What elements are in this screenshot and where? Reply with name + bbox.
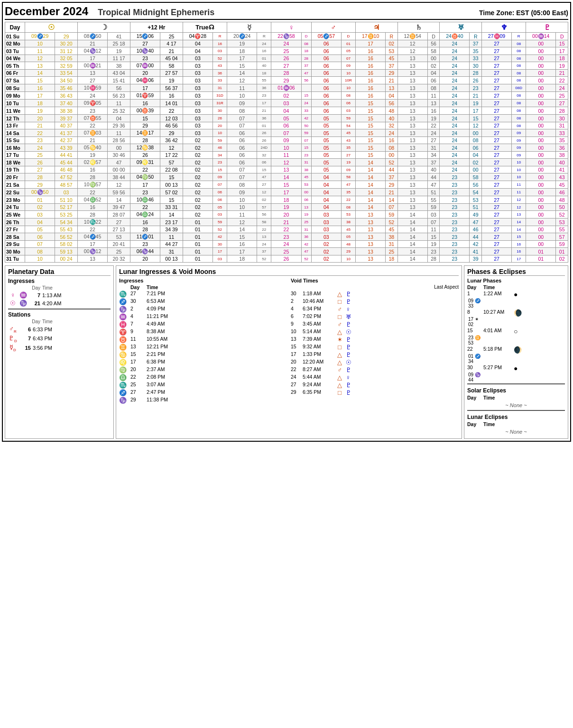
table-row: 31 Tu1000 241320 322000 1301031852265202… bbox=[5, 255, 568, 263]
cell-mars: 05 bbox=[311, 137, 341, 144]
void-time: 10:46 AM bbox=[303, 298, 333, 305]
void-time: 9:24 AM bbox=[303, 382, 333, 389]
cell-venus: 26 bbox=[271, 55, 301, 62]
cell-sun: 24 bbox=[25, 144, 55, 152]
cell-12hr: 22 bbox=[130, 166, 160, 173]
cell-nept: 27 bbox=[481, 241, 511, 248]
cell-12hr: 29 bbox=[130, 122, 160, 129]
cell-tn-marker: 31R bbox=[213, 100, 227, 107]
cell-12hr: 16 bbox=[130, 100, 160, 107]
phase-sign: 17 ✶ 02 bbox=[468, 317, 481, 327]
cell-merc: 11 bbox=[227, 84, 257, 92]
cell-moon: 21 bbox=[77, 137, 107, 144]
void-planet: ♇ bbox=[346, 389, 354, 396]
void-time: 8:27 AM bbox=[303, 366, 333, 373]
cell-sun2: 31 12 bbox=[55, 47, 78, 55]
cell-tn-marker: 23 bbox=[213, 159, 227, 166]
cell-tn: 01 bbox=[183, 241, 213, 248]
cell-merc: 06 bbox=[227, 129, 257, 137]
cell-pluto: 00 bbox=[526, 181, 556, 189]
cell-merc2: 12 bbox=[257, 189, 271, 196]
void-time: 6:34 PM bbox=[303, 306, 333, 313]
cell-sat2: 28 bbox=[427, 255, 439, 263]
cell-12hr2: 14 01 bbox=[160, 100, 183, 107]
cell-moon: 07♊03 bbox=[77, 129, 107, 137]
void-aspect: ♂ bbox=[335, 321, 344, 328]
cell-sat: 12♊54 bbox=[397, 33, 427, 40]
cell-uran: 24 bbox=[440, 92, 470, 100]
cell-12hr: 04♎24 bbox=[130, 211, 160, 218]
cell-day: 13 Fr bbox=[5, 122, 25, 129]
cell-pluto: 00 bbox=[526, 204, 556, 211]
cell-nept2: 08 bbox=[512, 55, 526, 62]
cell-pluto2: D bbox=[556, 33, 568, 40]
cell-mars: 04 bbox=[311, 196, 341, 204]
cell-pluto2: 50 bbox=[556, 204, 568, 211]
cell-moon2: 25 bbox=[108, 248, 130, 255]
cell-jup: 16 bbox=[355, 62, 385, 70]
cell-pluto2: 21 bbox=[556, 70, 568, 77]
cell-uran: 24 bbox=[440, 152, 470, 159]
page-header: December 2024 Tropical Midnight Ephemeri… bbox=[5, 5, 568, 20]
cell-jup: 15 bbox=[355, 152, 385, 159]
cell-nept: 27 bbox=[481, 159, 511, 166]
cell-day: 06 Fr bbox=[5, 70, 25, 77]
cell-venus: 29 bbox=[271, 77, 301, 84]
cell-merc: 17 bbox=[227, 248, 257, 255]
cell-day: 01 Su bbox=[5, 33, 25, 40]
cell-12hr: 22 bbox=[130, 204, 160, 211]
cell-mars2: 09 bbox=[341, 62, 355, 70]
cell-venus: 04 bbox=[271, 107, 301, 115]
cell-uran2: 56 bbox=[470, 181, 481, 189]
cell-venus: 26 bbox=[271, 255, 301, 263]
cell-moon: 04♐45 bbox=[77, 233, 107, 241]
stations-label: Stations bbox=[8, 311, 111, 318]
cell-uran2: 51 bbox=[470, 204, 481, 211]
void-planet: ♇ bbox=[346, 382, 354, 389]
cell-merc2: 23 bbox=[257, 92, 271, 100]
cell-merc2: 52 bbox=[257, 255, 271, 263]
cell-tn-marker: 03 bbox=[213, 211, 227, 218]
cell-12hr2: 00 13 bbox=[160, 181, 183, 189]
lunar-ingress-list: ♏ 27 7:21 PM♐ 30 6:53 AM♑ 2 4:09 PM♒ 4 1… bbox=[119, 291, 287, 404]
cell-nept: 27 bbox=[481, 77, 511, 84]
cell-mars: 05 bbox=[311, 144, 341, 152]
cell-venus2: 18 bbox=[301, 47, 311, 55]
cell-merc2: 24 bbox=[257, 40, 271, 47]
void-aspect: □ bbox=[335, 298, 344, 305]
cell-tn-marker: 06 bbox=[213, 196, 227, 204]
cell-venus2: 50 bbox=[301, 122, 311, 129]
void-item: 24 5:44 AM △ ♀ bbox=[291, 374, 459, 381]
cell-tn: 02 bbox=[183, 166, 213, 173]
divider-2 bbox=[467, 410, 565, 411]
cell-mars: 06 bbox=[311, 77, 341, 84]
phase-symbol: ● bbox=[514, 364, 565, 372]
phase-symbol: ○ bbox=[514, 328, 565, 335]
phases-hdr: Day Time bbox=[467, 284, 565, 290]
cell-merc: 14 bbox=[227, 70, 257, 77]
cell-pluto: 00 bbox=[526, 47, 556, 55]
ingresses-column: Ingresses Day Time ♏ 27 7:21 PM♐ 30 6:53… bbox=[119, 278, 287, 404]
lunar-ingress-item: ♏ 25 3:07 AM bbox=[119, 382, 287, 389]
cell-uran2: 46 bbox=[470, 226, 481, 233]
cell-merc2: R bbox=[257, 33, 271, 40]
ingresses-col-headers: Day Time bbox=[19, 285, 111, 291]
cell-moon: 00♑12 bbox=[77, 248, 107, 255]
void-item: 22 8:27 AM ♂ ♇ bbox=[291, 366, 459, 373]
cell-moon: 21 bbox=[77, 40, 107, 47]
cell-venus: 01♒06 bbox=[271, 84, 301, 92]
cell-uran: 23 bbox=[440, 173, 470, 181]
cell-day: 18 We bbox=[5, 159, 25, 166]
cell-pluto2: 02 bbox=[556, 255, 568, 263]
cell-sun: 26 bbox=[25, 159, 55, 166]
cell-moon2: 56 23 bbox=[108, 92, 130, 100]
lunar-eclipses-label: Lunar Eclipses bbox=[467, 414, 565, 420]
cell-moon2: 15 41 bbox=[108, 77, 130, 84]
lunar-sign: ♑ bbox=[119, 397, 129, 404]
col-header-venus: ♀ bbox=[271, 22, 311, 33]
cell-uran: 24 bbox=[440, 84, 470, 92]
cell-uran2: 35 bbox=[470, 47, 481, 55]
void-aspect: □ bbox=[335, 389, 344, 396]
cell-nept: 27 bbox=[481, 55, 511, 62]
cell-sun: 01 bbox=[25, 196, 55, 204]
